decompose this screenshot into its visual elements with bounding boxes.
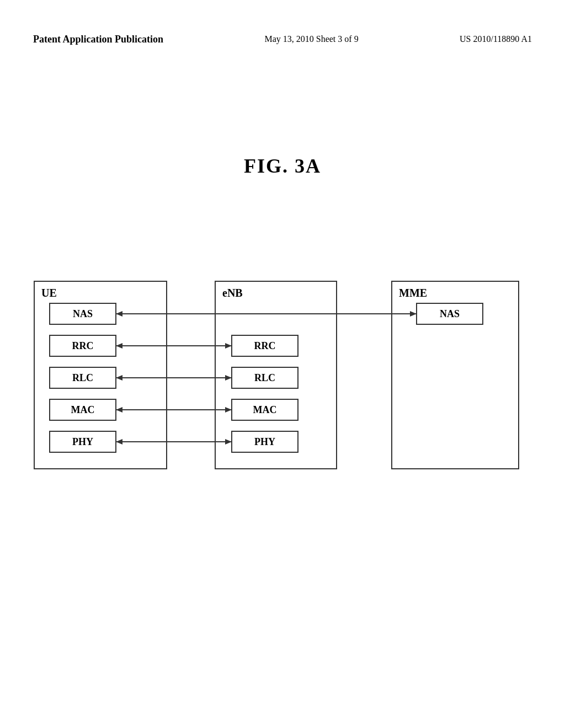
svg-rect-12: [417, 303, 483, 324]
mme-label: MME: [399, 287, 427, 299]
svg-rect-3: [50, 303, 116, 324]
rlc-enb-arrow: [225, 375, 232, 381]
enb-mac-label: MAC: [253, 404, 277, 415]
enb-rrc-label: RRC: [254, 340, 276, 351]
rrc-ue-arrow: [116, 343, 122, 349]
nas-mme-arrow: [410, 311, 417, 317]
svg-rect-9: [232, 367, 298, 388]
enb-label: eNB: [222, 287, 243, 299]
svg-rect-6: [50, 399, 116, 420]
diagram-svg: UE eNB MME NAS RRC RLC MAC PHY RRC RLC M…: [0, 276, 565, 496]
svg-rect-0: [34, 281, 167, 469]
phy-enb-arrow: [225, 439, 232, 445]
mac-ue-arrow: [116, 407, 122, 413]
mac-enb-arrow: [225, 407, 232, 413]
patent-number-label: US 2010/118890 A1: [460, 34, 532, 44]
figure-title: FIG. 3A: [0, 154, 565, 178]
svg-rect-10: [232, 399, 298, 420]
ue-nas-label: NAS: [73, 308, 93, 319]
enb-phy-label: PHY: [254, 436, 275, 447]
ue-label: UE: [41, 287, 57, 299]
nas-ue-arrow: [116, 311, 122, 317]
mme-nas-label: NAS: [440, 308, 460, 319]
svg-rect-7: [50, 431, 116, 452]
rrc-enb-arrow: [225, 343, 232, 349]
ue-phy-label: PHY: [72, 436, 93, 447]
svg-rect-8: [232, 335, 298, 356]
svg-rect-5: [50, 367, 116, 388]
enb-rlc-label: RLC: [254, 372, 275, 383]
svg-rect-11: [232, 431, 298, 452]
date-sheet-label: May 13, 2010 Sheet 3 of 9: [264, 34, 358, 44]
svg-rect-2: [392, 281, 519, 469]
publication-label: Patent Application Publication: [33, 33, 163, 46]
ue-mac-label: MAC: [71, 404, 95, 415]
page-header: Patent Application Publication May 13, 2…: [0, 33, 565, 46]
ue-rrc-label: RRC: [72, 340, 94, 351]
ue-rlc-label: RLC: [72, 372, 93, 383]
rlc-ue-arrow: [116, 375, 122, 381]
phy-ue-arrow: [116, 439, 122, 445]
svg-rect-4: [50, 335, 116, 356]
svg-rect-1: [215, 281, 337, 469]
